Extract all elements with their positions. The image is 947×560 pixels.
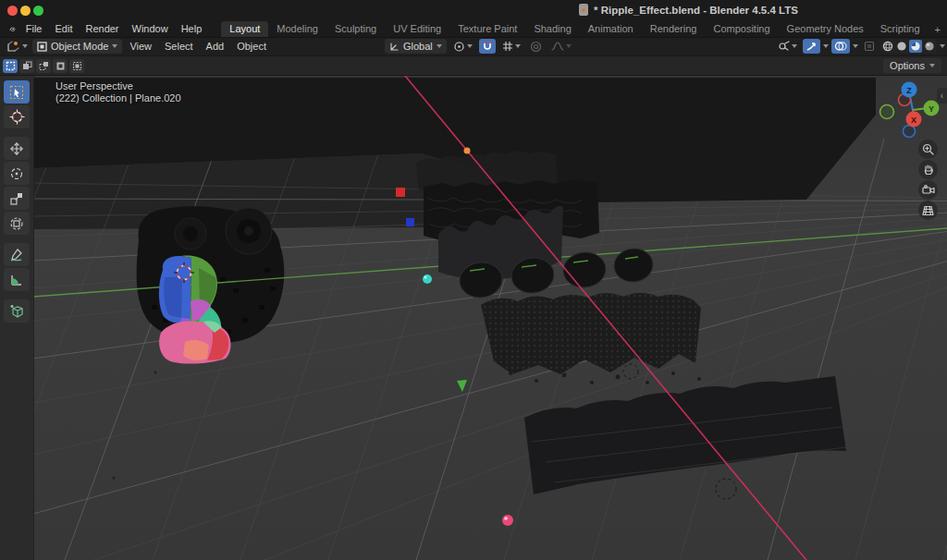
menu-window[interactable]: Window — [126, 23, 175, 34]
gizmo-arrow-icon — [806, 41, 818, 52]
minimize-window-button[interactable] — [20, 6, 31, 16]
viewport-3d-scene[interactable] — [33, 76, 947, 560]
toggle-orthographic-button[interactable] — [918, 201, 938, 220]
cyan-sphere-empty — [423, 274, 432, 284]
object-mode-icon — [37, 42, 47, 52]
transform-pivot-dropdown[interactable] — [450, 39, 475, 54]
navigation-gizmo[interactable]: Z Y X — [875, 79, 945, 141]
mode-selector[interactable]: Object Mode — [32, 39, 122, 54]
viewport-header: Object Mode View Select Add Object Globa… — [0, 37, 947, 55]
select-mode-extend-button[interactable] — [19, 59, 34, 73]
macos-titlebar: * Ripple_Effect.blend - Blender 4.5.4 LT… — [0, 0, 947, 20]
add-workspace-button[interactable]: + — [929, 22, 947, 37]
tool-move[interactable] — [4, 137, 30, 160]
snap-toggle[interactable] — [479, 39, 496, 54]
tab-sculpting[interactable]: Sculpting — [326, 21, 385, 37]
tab-layout[interactable]: Layout — [221, 21, 268, 37]
measure-tool-icon — [9, 273, 24, 287]
cursor-tool-icon — [9, 109, 25, 125]
select-mode-intersect-button[interactable] — [69, 59, 84, 73]
wireframe-sphere-icon — [882, 41, 893, 52]
overlays-toggle[interactable] — [831, 39, 850, 54]
menu-object[interactable]: Object — [231, 41, 272, 52]
close-window-button[interactable] — [7, 6, 18, 16]
snap-settings-dropdown[interactable] — [499, 39, 523, 54]
tool-transform[interactable] — [4, 212, 30, 235]
tab-shading[interactable]: Shading — [525, 21, 579, 37]
tool-add-cube[interactable] — [4, 299, 30, 323]
select-mode-subtract-button[interactable] — [36, 59, 51, 73]
pink-sphere-empty — [502, 515, 513, 526]
select-mode-new-button[interactable] — [3, 59, 18, 73]
shading-rendered-button[interactable] — [923, 40, 936, 53]
gizmo-neg-y-axis[interactable] — [880, 105, 894, 119]
blender-window: { "window": { "title": "* Ripple_Effect.… — [0, 0, 947, 560]
magnifier-plus-icon — [922, 143, 934, 155]
shading-wireframe-button[interactable] — [881, 40, 894, 53]
zoom-view-button[interactable] — [918, 140, 938, 159]
tab-uv-editing[interactable]: UV Editing — [385, 21, 449, 37]
tool-annotate[interactable] — [4, 243, 30, 266]
show-gizmo-dropdown[interactable] — [774, 39, 800, 54]
perspective-grid-icon — [922, 205, 934, 216]
menu-render[interactable]: Render — [79, 23, 125, 34]
gizmos-toggle[interactable] — [803, 39, 820, 54]
tab-rendering[interactable]: Rendering — [642, 21, 706, 37]
annotate-tool-icon — [9, 248, 24, 262]
options-button[interactable]: Options — [883, 58, 941, 73]
menu-help[interactable]: Help — [175, 23, 209, 34]
tool-cursor[interactable] — [4, 105, 30, 128]
orange-empty — [464, 148, 471, 154]
shading-mode-group — [880, 39, 937, 54]
workspace-tabs: Layout Modeling Sculpting UV Editing Tex… — [221, 20, 947, 37]
blender-logo-icon[interactable] — [9, 23, 16, 35]
menu-file[interactable]: File — [19, 23, 49, 34]
overlays-icon — [834, 41, 847, 52]
tab-texture-paint[interactable]: Texture Paint — [449, 21, 525, 37]
svg-text:Z: Z — [906, 86, 912, 95]
camera-icon — [922, 185, 935, 196]
menu-select[interactable]: Select — [159, 41, 199, 52]
menu-view[interactable]: View — [124, 41, 157, 52]
move-tool-icon — [9, 141, 24, 156]
hand-icon — [923, 164, 934, 176]
proportional-editing-icon — [530, 41, 542, 53]
proportional-falloff-dropdown[interactable] — [548, 39, 574, 54]
tab-compositing[interactable]: Compositing — [705, 21, 778, 37]
select-mode-invert-button[interactable] — [53, 59, 68, 73]
viewport-perspective-label: User Perspective — [55, 80, 133, 91]
tab-modeling[interactable]: Modeling — [268, 21, 326, 37]
pan-view-button[interactable] — [918, 160, 938, 179]
tool-scale[interactable] — [4, 187, 30, 210]
sidebar-toggle[interactable]: ‹ — [937, 88, 947, 103]
tab-geometry-nodes[interactable]: Geometry Nodes — [779, 21, 872, 37]
scale-tool-icon — [9, 191, 24, 206]
tab-scripting[interactable]: Scripting — [872, 21, 929, 37]
transform-tool-icon — [9, 216, 24, 231]
editor-type-selector[interactable] — [4, 39, 31, 54]
show-gizmo-icon — [777, 41, 790, 52]
snap-increment-icon — [502, 41, 513, 52]
xray-toggle[interactable] — [861, 39, 878, 54]
tool-rotate[interactable] — [4, 162, 30, 185]
tool-select-box[interactable] — [4, 80, 30, 103]
select-mode-group — [3, 59, 84, 73]
magnet-icon — [482, 41, 493, 52]
proportional-editing-toggle[interactable] — [527, 39, 545, 54]
red-cube-empty — [396, 188, 405, 197]
window-title: * Ripple_Effect.blend - Blender 4.5.4 LT… — [579, 4, 798, 16]
menu-add[interactable]: Add — [201, 41, 230, 52]
xray-icon — [864, 41, 875, 52]
document-icon — [579, 4, 588, 16]
tab-animation[interactable]: Animation — [580, 21, 642, 37]
menu-edit[interactable]: Edit — [48, 23, 79, 34]
toolbar-left — [0, 76, 34, 560]
pivot-point-icon — [453, 41, 465, 53]
tool-measure[interactable] — [4, 268, 30, 291]
shading-solid-button[interactable] — [895, 40, 908, 53]
blue-cube-empty — [406, 218, 414, 226]
transform-orientation-dropdown[interactable]: Global — [385, 39, 447, 54]
zoom-window-button[interactable] — [33, 6, 43, 16]
camera-view-button[interactable] — [918, 180, 938, 200]
shading-material-preview-button[interactable] — [909, 40, 922, 53]
